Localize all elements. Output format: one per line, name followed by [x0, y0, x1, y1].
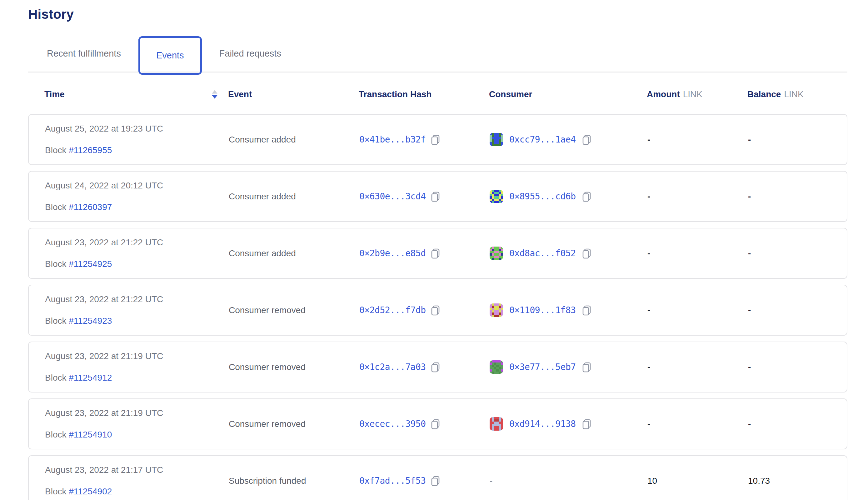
block-number-link[interactable]: #11254910 — [69, 430, 112, 439]
consumer-address-link[interactable]: 0xcc79...1ae4 — [509, 134, 576, 145]
balance-value: - — [748, 362, 751, 372]
column-header-balance: BalanceLINK — [747, 89, 831, 99]
block-label: Block — [45, 373, 66, 383]
consumer-cell: 0×8955...cd6b — [490, 190, 648, 203]
consumer-address-link[interactable]: 0×1109...1f83 — [509, 305, 576, 315]
block-line: Block #11254923 — [45, 316, 229, 326]
balance-cell: - — [748, 192, 831, 202]
consumer-avatar — [490, 133, 503, 146]
consumer-address-link[interactable]: 0xd8ac...f052 — [509, 248, 576, 259]
amount-cell: - — [648, 362, 748, 372]
block-label: Block — [45, 487, 66, 496]
amount-cell: - — [648, 419, 748, 429]
transaction-hash-cell: 0xf7ad...5f53 — [359, 476, 490, 486]
amount-value: - — [648, 192, 650, 201]
page-title: History — [28, 7, 847, 22]
copy-icon[interactable] — [431, 305, 440, 316]
transaction-hash-cell: 0xecec...3950 — [359, 419, 490, 429]
block-number-link[interactable]: #11254912 — [69, 373, 112, 383]
copy-icon[interactable] — [431, 191, 440, 202]
consumer-address-link[interactable]: 0xd914...9138 — [509, 419, 576, 429]
event-cell: Consumer added — [229, 135, 359, 145]
amount-unit-label: LINK — [683, 89, 703, 99]
balance-value: - — [748, 419, 751, 429]
copy-icon[interactable] — [431, 134, 440, 145]
balance-cell: - — [748, 362, 831, 372]
copy-icon[interactable] — [582, 248, 592, 259]
consumer-address-link[interactable]: 0×3e77...5eb7 — [509, 362, 576, 372]
time-cell: August 23, 2022 at 21:22 UTC Block #1125… — [45, 294, 229, 326]
event-timestamp: August 23, 2022 at 21:19 UTC — [45, 408, 229, 418]
event-cell: Consumer added — [229, 192, 359, 202]
transaction-hash-cell: 0×630e...3cd4 — [359, 191, 490, 202]
event-type-label: Consumer removed — [229, 305, 306, 315]
copy-icon[interactable] — [582, 191, 592, 202]
column-header-amount-label: Amount — [647, 89, 680, 99]
event-timestamp: August 24, 2022 at 20:12 UTC — [45, 181, 229, 191]
copy-icon[interactable] — [582, 362, 592, 373]
amount-value: - — [648, 248, 650, 258]
event-cell: Subscription funded — [229, 476, 359, 486]
consumer-address-link[interactable]: 0×8955...cd6b — [509, 191, 576, 202]
tab-failed-requests[interactable]: Failed requests — [216, 48, 284, 59]
block-number-link[interactable]: #11254902 — [69, 487, 112, 496]
block-number-link[interactable]: #11265955 — [69, 145, 112, 155]
amount-cell: - — [648, 248, 748, 259]
amount-value: 10 — [648, 476, 657, 486]
sort-descending-icon[interactable] — [212, 90, 217, 99]
block-line: Block #11254902 — [45, 487, 229, 497]
event-timestamp: August 23, 2022 at 21:17 UTC — [45, 465, 229, 475]
table-row: August 24, 2022 at 20:12 UTC Block #1126… — [28, 171, 847, 222]
consumer-avatar — [490, 304, 503, 317]
copy-icon[interactable] — [431, 362, 440, 373]
events-table-body: August 25, 2022 at 19:23 UTC Block #1126… — [28, 114, 847, 500]
transaction-hash-link[interactable]: 0xf7ad...5f53 — [359, 476, 426, 486]
amount-cell: - — [648, 305, 748, 315]
block-label: Block — [45, 430, 66, 439]
column-header-amount: AmountLINK — [647, 89, 747, 99]
column-header-consumer: Consumer — [489, 89, 647, 99]
transaction-hash-link[interactable]: 0×2b9e...e85d — [359, 248, 426, 259]
transaction-hash-link[interactable]: 0×630e...3cd4 — [359, 191, 426, 202]
amount-value: - — [648, 135, 650, 144]
consumer-cell: 0xd914...9138 — [490, 417, 648, 431]
block-number-link[interactable]: #11254923 — [69, 316, 112, 326]
transaction-hash-cell: 0×41be...b32f — [359, 134, 490, 145]
tab-recent-fulfillments[interactable]: Recent fulfillments — [44, 48, 124, 59]
block-number-link[interactable]: #11254925 — [69, 259, 112, 269]
amount-cell: - — [648, 192, 748, 202]
copy-icon[interactable] — [582, 419, 592, 429]
copy-icon[interactable] — [582, 305, 592, 316]
event-timestamp: August 23, 2022 at 21:22 UTC — [45, 294, 229, 304]
amount-cell: 10 — [648, 476, 748, 486]
table-row: August 23, 2022 at 21:22 UTC Block #1125… — [28, 285, 847, 336]
transaction-hash-link[interactable]: 0×2d52...f7db — [359, 305, 426, 315]
transaction-hash-link[interactable]: 0xecec...3950 — [359, 419, 426, 429]
block-line: Block #11254912 — [45, 373, 229, 383]
balance-cell: - — [748, 419, 831, 429]
block-number-link[interactable]: #11260397 — [69, 202, 112, 212]
time-cell: August 23, 2022 at 21:22 UTC Block #1125… — [45, 238, 229, 269]
table-row: August 23, 2022 at 21:19 UTC Block #1125… — [28, 398, 847, 450]
amount-value: - — [648, 362, 650, 372]
copy-icon[interactable] — [431, 419, 440, 429]
consumer-cell: 0xd8ac...f052 — [490, 247, 648, 260]
block-line: Block #11254910 — [45, 430, 229, 440]
consumer-cell: 0×1109...1f83 — [490, 304, 648, 317]
transaction-hash-cell: 0×2d52...f7db — [359, 305, 490, 316]
event-cell: Consumer removed — [229, 419, 359, 429]
tab-bar: Recent fulfillments Events Failed reques… — [44, 34, 847, 72]
sort-down-arrow-icon — [212, 95, 217, 99]
transaction-hash-link[interactable]: 0×41be...b32f — [359, 134, 426, 145]
transaction-hash-link[interactable]: 0×1c2a...7a03 — [359, 362, 426, 372]
transaction-hash-cell: 0×2b9e...e85d — [359, 248, 490, 259]
event-type-label: Consumer added — [229, 248, 296, 258]
copy-icon[interactable] — [582, 134, 592, 145]
balance-value: - — [748, 135, 751, 144]
copy-icon[interactable] — [431, 476, 440, 486]
consumer-cell: 0×3e77...5eb7 — [490, 360, 648, 374]
column-header-event: Event — [228, 89, 359, 99]
consumer-avatar — [490, 247, 503, 260]
tab-events[interactable]: Events — [138, 36, 202, 75]
copy-icon[interactable] — [431, 248, 440, 259]
